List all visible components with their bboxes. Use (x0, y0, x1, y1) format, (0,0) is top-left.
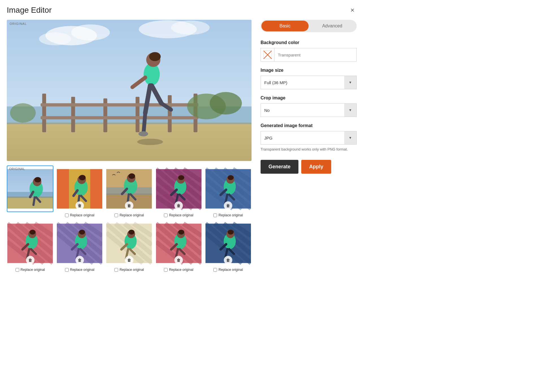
bg-color-input[interactable] (274, 48, 357, 62)
image-size-select[interactable]: Full (36 MP) Large Medium Small (261, 76, 357, 89)
format-select-wrapper: JPG PNG WEBP ▼ (261, 131, 357, 145)
svg-point-104 (79, 230, 85, 234)
main-content: ORIGINAL (7, 20, 357, 272)
thumbnail-item: 🗑 Replace original (56, 220, 103, 272)
replace-label-6: Replace original (16, 268, 45, 272)
crop-image-section: Crop image No Yes ▼ (261, 95, 357, 117)
replace-checkbox-7[interactable] (65, 268, 69, 272)
thumbnail-3[interactable]: 🗑 (106, 165, 152, 212)
replace-checkbox-8[interactable] (114, 268, 118, 272)
close-button[interactable]: × (348, 6, 357, 15)
trash-button-7[interactable]: 🗑 (75, 256, 84, 264)
replace-label-7: Replace original (65, 268, 94, 272)
svg-rect-12 (168, 95, 172, 132)
thumbnail-item: 🗑 Replace original (205, 220, 252, 272)
thumbnail-10[interactable]: 🗑 (205, 220, 252, 267)
advanced-mode-button[interactable]: Advanced (309, 21, 356, 31)
left-panel: ORIGINAL (7, 20, 252, 272)
replace-checkbox-4[interactable] (164, 214, 168, 217)
image-size-section: Image size Full (36 MP) Large Medium Sma… (261, 68, 357, 89)
bg-color-label: Background color (261, 40, 357, 45)
crop-select-wrapper: No Yes ▼ (261, 103, 357, 117)
color-swatch[interactable] (261, 48, 274, 62)
thumbnail-4[interactable]: 🗑 (155, 165, 202, 212)
thumbnail-item: 🗑 Replace original (205, 165, 252, 217)
svg-rect-11 (136, 97, 140, 132)
thumbnail-item: ORIGINAL (7, 165, 53, 217)
thumbnail-9[interactable]: 🗑 (155, 220, 202, 267)
svg-point-21 (149, 52, 161, 61)
trash-button-5[interactable]: 🗑 (224, 201, 232, 210)
svg-point-141 (227, 230, 233, 234)
svg-point-34 (34, 177, 41, 182)
crop-image-label: Crop image (261, 95, 357, 101)
page-title: Image Editor (7, 6, 52, 15)
thumbnail-item: 🗑 Replace original (106, 220, 152, 272)
svg-point-27 (138, 131, 148, 136)
thumbnail-8[interactable]: 🗑 (106, 220, 152, 267)
basic-mode-button[interactable]: Basic (261, 21, 309, 31)
format-label: Generated image format (261, 123, 357, 128)
thumbnail-2[interactable]: 🗑 (56, 165, 103, 212)
thumbnail-item: 🗑 Replace original (106, 165, 152, 217)
thumbnails-grid: ORIGINAL 🗑 (7, 165, 252, 272)
replace-label-8: Replace original (114, 268, 144, 272)
replace-label-5: Replace original (213, 213, 243, 217)
replace-checkbox-6[interactable] (16, 268, 19, 272)
replace-label-4: Replace original (164, 213, 193, 217)
bg-color-row (261, 48, 357, 62)
trash-button-4[interactable]: 🗑 (174, 201, 183, 210)
format-select[interactable]: JPG PNG WEBP (261, 131, 357, 145)
header: Image Editor × (7, 6, 357, 15)
thumbnail-5[interactable]: 🗑 (205, 165, 252, 212)
thumbnail-7[interactable]: 🗑 (56, 220, 103, 267)
svg-rect-9 (71, 97, 75, 132)
svg-point-2 (71, 24, 110, 40)
trash-button-8[interactable]: 🗑 (125, 256, 133, 264)
svg-line-37 (33, 197, 34, 205)
trash-button-9[interactable]: 🗑 (174, 256, 183, 264)
svg-rect-8 (42, 93, 46, 132)
bg-color-section: Background color (261, 40, 357, 62)
replace-checkbox-3[interactable] (114, 214, 118, 217)
right-panel: Basic Advanced Background color Ima (261, 20, 357, 272)
svg-point-116 (129, 230, 135, 234)
svg-rect-14 (41, 103, 198, 106)
crop-select[interactable]: No Yes (261, 103, 357, 117)
main-image-container: ORIGINAL (7, 20, 252, 161)
generate-button[interactable]: Generate (261, 160, 298, 174)
replace-checkbox-5[interactable] (213, 214, 217, 217)
thumbnail-6[interactable]: 🗑 (7, 220, 53, 267)
thumbnail-item: 🗑 Replace original (155, 220, 202, 272)
image-size-select-wrapper: Full (36 MP) Large Medium Small ▼ (261, 76, 357, 89)
trash-button-6[interactable]: 🗑 (26, 256, 34, 264)
format-section: Generated image format JPG PNG WEBP ▼ Tr… (261, 123, 357, 152)
svg-point-79 (227, 175, 233, 180)
thumbnail-item: 🗑 Replace original (7, 220, 53, 272)
replace-checkbox-9[interactable] (164, 268, 168, 272)
replace-label-2: Replace original (65, 213, 94, 217)
thumbnail-item: 🗑 Replace original (56, 165, 103, 217)
apply-button[interactable]: Apply (301, 160, 331, 174)
thumbnail-original[interactable]: ORIGINAL (7, 165, 53, 212)
svg-rect-39 (57, 169, 69, 209)
svg-point-52 (129, 173, 135, 179)
trash-button-3[interactable]: 🗑 (125, 201, 133, 210)
svg-point-43 (79, 175, 86, 180)
trash-button-2[interactable]: 🗑 (75, 201, 84, 210)
replace-checkbox-2[interactable] (65, 214, 69, 217)
svg-rect-15 (41, 116, 198, 119)
format-hint: Transparent background works only with P… (261, 147, 357, 152)
replace-checkbox-10[interactable] (213, 268, 217, 272)
replace-label-3: Replace original (114, 213, 144, 217)
svg-point-3 (39, 32, 71, 45)
trash-button-10[interactable]: 🗑 (224, 256, 232, 264)
replace-label-10: Replace original (213, 268, 243, 272)
action-buttons: Generate Apply (261, 160, 357, 174)
svg-rect-40 (90, 169, 102, 209)
svg-point-5 (171, 21, 210, 35)
svg-point-92 (29, 230, 35, 234)
thumbnail-item: 🗑 Replace original (155, 165, 202, 217)
original-label: ORIGINAL (10, 22, 27, 25)
svg-point-28 (137, 139, 163, 145)
